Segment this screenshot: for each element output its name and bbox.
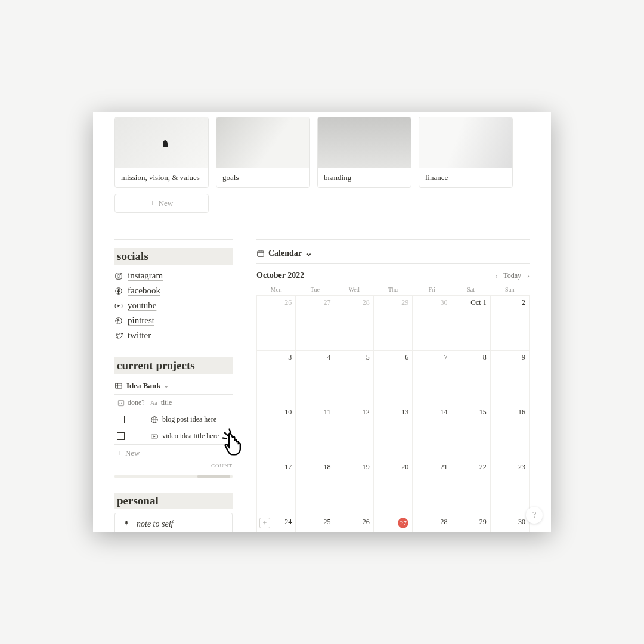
calendar-cell[interactable]: 29 — [451, 515, 490, 532]
gallery-row: mission, vision, & values goals branding… — [114, 117, 530, 188]
calendar-cell[interactable]: 27 — [296, 296, 335, 351]
social-item-facebook[interactable]: facebook — [114, 283, 233, 298]
help-button[interactable]: ? — [526, 507, 543, 524]
calendar-nav: ‹ Today › — [495, 271, 530, 280]
calendar-cell[interactable]: 6 — [373, 351, 412, 405]
calendar-view-tab[interactable]: Calendar ⌄ — [256, 248, 530, 264]
scroll-track[interactable] — [114, 475, 233, 478]
social-item-instagram[interactable]: instagram — [114, 268, 233, 283]
columns: socials instagram facebook youtube — [114, 239, 530, 532]
twitter-icon — [114, 332, 123, 340]
column-title[interactable]: Aa title — [148, 395, 233, 411]
gallery-card[interactable]: goals — [216, 117, 310, 188]
calendar-cell[interactable]: 25 — [296, 515, 335, 532]
calendar-cell[interactable]: 10 — [257, 405, 296, 460]
calendar-cell[interactable]: 17 — [257, 460, 296, 515]
calendar-cell[interactable]: 11 — [296, 405, 335, 460]
calendar-cell[interactable]: 23 — [490, 460, 529, 515]
today-button[interactable]: Today — [503, 271, 521, 280]
pinterest-icon — [114, 317, 123, 325]
table-row[interactable]: video idea title here — [114, 428, 233, 445]
new-label: New — [125, 448, 140, 458]
video-icon — [150, 432, 159, 441]
calendar-cell[interactable]: 29 — [373, 296, 412, 351]
card-image — [419, 117, 512, 168]
calendar-cell[interactable]: 19 — [335, 460, 373, 515]
new-card-button[interactable]: + New — [114, 194, 209, 213]
row-checkbox[interactable] — [117, 416, 125, 423]
card-image — [318, 117, 411, 168]
prev-month-button[interactable]: ‹ — [495, 271, 497, 280]
calendar-cell[interactable]: 27 — [373, 515, 412, 532]
calendar-cell[interactable]: 30 — [490, 515, 529, 532]
checkbox-header-icon — [117, 399, 125, 407]
calendar-cell[interactable]: 7 — [413, 351, 451, 405]
table-row[interactable]: blog post idea here — [114, 411, 233, 428]
social-item-pinterest[interactable]: pintrest — [114, 313, 233, 328]
card-label: branding — [318, 168, 411, 187]
count-label: COUNT — [114, 462, 233, 470]
gallery-card[interactable]: mission, vision, & values — [114, 117, 209, 188]
gallery-card[interactable]: finance — [419, 117, 513, 188]
svg-point-5 — [116, 317, 122, 324]
calendar-cell[interactable]: 26 — [257, 296, 296, 351]
svg-rect-14 — [258, 250, 264, 256]
calendar-cell[interactable]: 13 — [373, 405, 412, 460]
calendar-cell[interactable]: 2 — [490, 296, 529, 351]
calendar-cell[interactable]: 8 — [451, 351, 490, 405]
calendar-cell[interactable]: 5 — [335, 351, 373, 405]
calendar-cell[interactable]: 26 — [335, 515, 373, 532]
next-month-button[interactable]: › — [527, 271, 530, 280]
calendar-cell[interactable]: 3 — [257, 351, 296, 405]
calendar-cell[interactable]: 12 — [335, 405, 373, 460]
calendar-cell[interactable]: 20 — [373, 460, 412, 515]
card-image — [216, 117, 309, 168]
note-to-self[interactable]: note to self — [114, 513, 233, 532]
social-item-youtube[interactable]: youtube — [114, 298, 233, 313]
calendar-cell[interactable]: 28 — [335, 296, 373, 351]
calendar-icon — [256, 249, 265, 258]
instagram-icon — [114, 272, 123, 280]
calendar-cell[interactable]: 15 — [451, 405, 490, 460]
social-label: twitter — [128, 330, 151, 340]
add-event-button[interactable]: + — [259, 518, 270, 528]
calendar-cell[interactable]: Oct 1 — [451, 296, 490, 351]
note-label: note to self — [137, 519, 173, 529]
calendar-cell[interactable]: 4 — [296, 351, 335, 405]
social-item-twitter[interactable]: twitter — [114, 328, 233, 343]
chevron-down-icon: ⌄ — [305, 248, 312, 258]
done-label: done? — [128, 398, 145, 407]
calendar-day-header: Sun — [490, 284, 529, 296]
svg-point-2 — [120, 274, 121, 274]
calendar-cell[interactable]: 22 — [451, 460, 490, 515]
social-label: instagram — [128, 271, 163, 281]
chevron-down-icon: ⌄ — [164, 383, 169, 389]
idea-bank-view-tab[interactable]: Idea Bank ⌄ — [114, 377, 233, 395]
calendar-cell[interactable]: 9 — [490, 351, 529, 405]
title-label: title — [161, 398, 172, 407]
divider — [256, 239, 530, 240]
calendar-cell[interactable]: 24+ — [257, 515, 296, 532]
calendar-cell[interactable]: 21 — [413, 460, 451, 515]
row-checkbox[interactable] — [117, 432, 125, 440]
svg-rect-6 — [116, 383, 122, 388]
plus-icon: + — [150, 199, 155, 208]
globe-icon — [150, 416, 159, 424]
column-done[interactable]: done? — [114, 395, 148, 411]
gallery-card[interactable]: branding — [317, 117, 411, 188]
scroll-thumb[interactable] — [197, 475, 230, 478]
calendar-cell[interactable]: 14 — [413, 405, 451, 460]
calendar-day-header: Fri — [413, 284, 451, 296]
social-label: facebook — [128, 286, 160, 296]
socials-heading: socials — [114, 248, 233, 265]
card-label: finance — [419, 168, 512, 187]
calendar-day-header: Tue — [296, 284, 335, 296]
calendar-cell[interactable]: 18 — [296, 460, 335, 515]
calendar-cell[interactable]: 30 — [413, 296, 451, 351]
calendar-cell[interactable]: 16 — [490, 405, 529, 460]
table-header: done? Aa title — [114, 395, 233, 411]
new-row-button[interactable]: + New — [114, 445, 233, 462]
calendar-day-header: Wed — [335, 284, 373, 296]
calendar-day-header: Mon — [257, 284, 296, 296]
calendar-cell[interactable]: 28 — [413, 515, 451, 532]
